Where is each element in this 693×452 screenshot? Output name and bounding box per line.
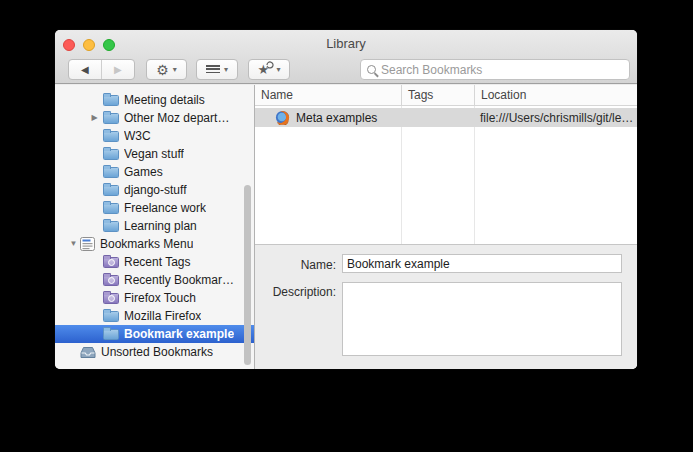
bookmarks-main-pane: Name Tags Location (255, 85, 637, 369)
sidebar-item-label: Meeting details (124, 93, 205, 107)
list-header: Name Tags Location (255, 85, 637, 106)
firefox-icon (275, 110, 290, 125)
chevron-down-icon: ▾ (224, 65, 228, 74)
toolbar: ◀ ▶ ⚙ ▾ ▾ ★ (55, 56, 637, 84)
sidebar-item-label: Freelance work (124, 201, 206, 215)
sidebar-item-recently-bookmarked[interactable]: Recently Bookmar… (55, 271, 254, 289)
sidebar-item-learning-plan[interactable]: Learning plan (55, 217, 254, 235)
gear-icon: ⚙ (156, 63, 169, 77)
bookmarks-sidebar: Meeting details ▶ Other Moz depart… W3C … (55, 85, 255, 369)
folder-icon (103, 167, 119, 178)
sidebar-item-label: Bookmarks Menu (100, 237, 193, 251)
bookmark-location-cell: file:///Users/chrismills/git/le… (474, 111, 637, 125)
description-field-label: Description: (255, 285, 336, 299)
folder-icon (103, 185, 119, 196)
views-button[interactable]: ▾ (196, 59, 238, 80)
sidebar-item-label: Learning plan (124, 219, 197, 233)
sidebar-item-label: Unsorted Bookmarks (101, 345, 213, 359)
disclosure-triangle-icon[interactable]: ▼ (68, 235, 79, 253)
sidebar-item-firefox-touch[interactable]: Firefox Touch (55, 289, 254, 307)
star-refresh-icon: ★ (257, 62, 272, 77)
sidebar-item-games[interactable]: Games (55, 163, 254, 181)
sidebar-item-meeting-details[interactable]: Meeting details (55, 91, 254, 109)
search-field (360, 59, 630, 80)
sidebar-item-bookmarks-menu[interactable]: ▼ Bookmarks Menu (55, 235, 254, 253)
folder-icon (103, 203, 119, 214)
sidebar-item-freelance-work[interactable]: Freelance work (55, 199, 254, 217)
back-icon: ◀ (81, 64, 89, 75)
folder-icon (103, 221, 119, 232)
name-field-label: Name: (255, 258, 336, 272)
sidebar-item-label: Recent Tags (124, 255, 191, 269)
sidebar-item-label: Bookmark example (124, 327, 234, 341)
search-input[interactable] (376, 63, 623, 77)
circular-arrow-icon (266, 61, 274, 69)
folder-icon (103, 131, 119, 142)
bookmarks-menu-icon (80, 237, 95, 251)
history-nav-segmented-control: ◀ ▶ (68, 59, 135, 80)
sidebar-item-w3c[interactable]: W3C (55, 127, 254, 145)
column-header-name[interactable]: Name (255, 85, 401, 105)
sidebar-item-label: Firefox Touch (124, 291, 196, 305)
sidebar-item-django-stuff[interactable]: django-stuff (55, 181, 254, 199)
content-area: Meeting details ▶ Other Moz depart… W3C … (55, 85, 637, 369)
folder-icon (103, 149, 119, 160)
sidebar-item-label: django-stuff (124, 183, 187, 197)
sidebar-item-vegan-stuff[interactable]: Vegan stuff (55, 145, 254, 163)
search-icon (367, 65, 376, 74)
sidebar-item-label: Other Moz depart… (124, 111, 229, 125)
sidebar-item-bookmark-example[interactable]: Bookmark example (55, 325, 254, 343)
forward-button[interactable]: ▶ (102, 60, 135, 79)
chevron-down-icon: ▾ (276, 65, 280, 74)
folder-icon (103, 329, 119, 340)
column-header-location[interactable]: Location (474, 85, 637, 105)
sidebar-scrollbar[interactable] (244, 185, 251, 365)
column-header-tags[interactable]: Tags (401, 85, 474, 105)
sidebar-item-label: W3C (124, 129, 151, 143)
bookmarks-list: Meta examples file:///Users/chrismills/g… (255, 106, 637, 244)
bookmark-row-meta-examples[interactable]: Meta examples file:///Users/chrismills/g… (255, 108, 637, 127)
sidebar-item-label: Recently Bookmar… (124, 273, 234, 287)
folder-icon (103, 95, 119, 106)
sidebar-item-recent-tags[interactable]: Recent Tags (55, 253, 254, 271)
bookmark-name: Meta examples (296, 111, 377, 125)
inbox-icon (80, 346, 96, 359)
bookmark-details-pane: Name: Description: (255, 244, 637, 369)
library-window: Library ◀ ▶ ⚙ ▾ ▾ ★ (55, 30, 637, 369)
window-chrome: Library ◀ ▶ ⚙ ▾ ▾ ★ (55, 30, 637, 84)
forward-icon: ▶ (114, 64, 122, 75)
back-button[interactable]: ◀ (69, 60, 102, 79)
sidebar-item-label: Mozilla Firefox (124, 309, 201, 323)
sidebar-item-label: Vegan stuff (124, 147, 184, 161)
sidebar-item-mozilla-firefox[interactable]: Mozilla Firefox (55, 307, 254, 325)
organize-button[interactable]: ⚙ ▾ (146, 59, 187, 80)
sidebar-item-other-moz-departments[interactable]: ▶ Other Moz depart… (55, 109, 254, 127)
sidebar-item-label: Games (124, 165, 163, 179)
bookmark-description-field[interactable] (342, 282, 622, 356)
folder-icon (103, 113, 119, 124)
disclosure-triangle-icon[interactable]: ▶ (89, 109, 100, 127)
bookmark-name-cell: Meta examples (255, 110, 401, 125)
folder-icon (103, 311, 119, 322)
smart-folder-icon (103, 257, 119, 268)
sidebar-item-unsorted-bookmarks[interactable]: Unsorted Bookmarks (55, 343, 254, 361)
smart-folder-icon (103, 293, 119, 304)
list-view-icon (206, 65, 220, 75)
desktop-background: Library ◀ ▶ ⚙ ▾ ▾ ★ (0, 0, 693, 452)
smart-folder-icon (103, 275, 119, 286)
window-title: Library (55, 36, 637, 51)
chevron-down-icon: ▾ (173, 65, 177, 74)
import-backup-button[interactable]: ★ ▾ (248, 59, 290, 80)
bookmark-name-field[interactable] (342, 254, 622, 273)
